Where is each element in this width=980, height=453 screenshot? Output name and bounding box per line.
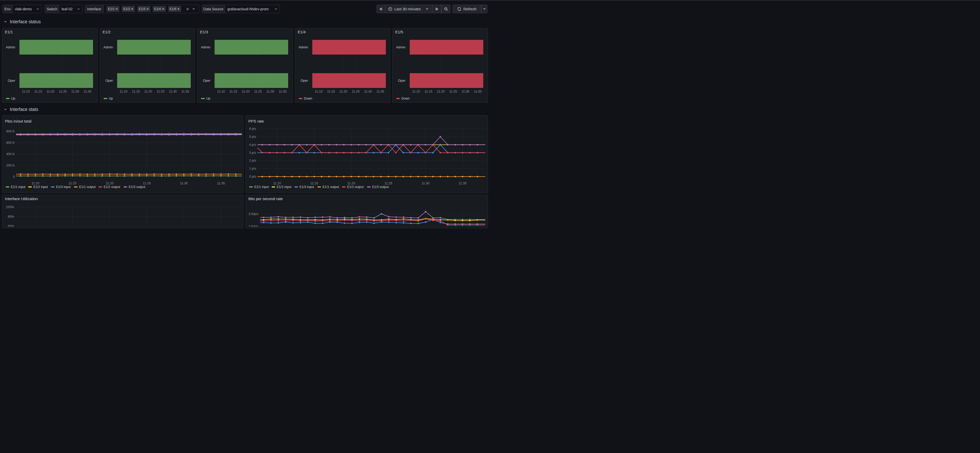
svg-text:11:20: 11:20 xyxy=(106,182,113,185)
svg-text:Oper: Oper xyxy=(398,78,406,83)
svg-text:0 p/s: 0 p/s xyxy=(249,175,256,179)
svg-text:4 p/s: 4 p/s xyxy=(249,143,256,147)
svg-text:11:15: 11:15 xyxy=(68,182,76,185)
svg-text:11:15: 11:15 xyxy=(34,90,42,93)
svg-text:11:15: 11:15 xyxy=(327,90,335,93)
svg-text:11:30: 11:30 xyxy=(71,90,79,93)
svg-text:0: 0 xyxy=(13,175,15,179)
svg-text:11:25: 11:25 xyxy=(352,90,360,93)
svg-text:E1/1 input: E1/1 input xyxy=(254,185,269,189)
svg-text:E1/3 input: E1/3 input xyxy=(299,185,314,189)
svg-text:80%: 80% xyxy=(8,215,14,219)
svg-text:E1/1 output: E1/1 output xyxy=(323,185,339,189)
svg-text:11:25: 11:25 xyxy=(59,90,67,93)
svg-text:E1/2 output: E1/2 output xyxy=(347,185,364,189)
svg-text:E1/2: E1/2 xyxy=(103,30,111,34)
svg-text:3 p/s: 3 p/s xyxy=(249,151,256,155)
svg-text:Oper: Oper xyxy=(8,78,16,83)
svg-text:Admin: Admin xyxy=(201,45,210,49)
svg-text:Oper: Oper xyxy=(105,78,113,83)
svg-text:E1/3 input: E1/3 input xyxy=(56,185,71,189)
svg-text:11:30: 11:30 xyxy=(266,90,274,93)
svg-text:11:25: 11:25 xyxy=(254,90,262,93)
svg-text:E1/1: E1/1 xyxy=(5,30,13,34)
svg-text:E1/4: E1/4 xyxy=(298,30,306,34)
svg-text:11:25: 11:25 xyxy=(449,90,457,93)
svg-text:Pkts in/out total: Pkts in/out total xyxy=(5,119,32,123)
svg-text:11:10: 11:10 xyxy=(412,90,420,93)
svg-text:E1/2 input: E1/2 input xyxy=(277,185,291,189)
svg-text:Admin: Admin xyxy=(6,45,15,49)
svg-text:11:20: 11:20 xyxy=(144,90,152,93)
svg-text:11:10: 11:10 xyxy=(273,182,281,185)
svg-text:3 Kib/s: 3 Kib/s xyxy=(249,212,258,216)
svg-text:400 K: 400 K xyxy=(6,152,15,156)
svg-text:11:20: 11:20 xyxy=(437,90,445,93)
svg-text:11:25: 11:25 xyxy=(157,90,164,93)
svg-text:11:20: 11:20 xyxy=(242,90,250,93)
svg-text:11:30: 11:30 xyxy=(422,182,429,185)
svg-text:11:35: 11:35 xyxy=(83,90,91,93)
svg-text:1 p/s: 1 p/s xyxy=(249,167,256,171)
svg-text:Admin: Admin xyxy=(396,45,406,49)
svg-text:E1/1 output: E1/1 output xyxy=(79,185,95,189)
svg-text:Admin: Admin xyxy=(103,45,113,49)
svg-text:E1/3 output: E1/3 output xyxy=(372,185,389,189)
svg-text:Oper: Oper xyxy=(301,78,308,83)
svg-text:11:30: 11:30 xyxy=(364,90,372,93)
svg-text:Oper: Oper xyxy=(203,78,211,83)
svg-text:E1/3 output: E1/3 output xyxy=(129,185,145,189)
svg-text:11:20: 11:20 xyxy=(46,90,54,93)
svg-text:11:25: 11:25 xyxy=(143,182,151,185)
svg-text:11:35: 11:35 xyxy=(279,90,286,93)
svg-text:11:30: 11:30 xyxy=(180,182,188,185)
svg-text:Interface Utilization: Interface Utilization xyxy=(5,196,38,201)
svg-text:11:35: 11:35 xyxy=(459,182,466,185)
svg-text:100%: 100% xyxy=(6,205,14,209)
svg-text:2 Kib/s: 2 Kib/s xyxy=(249,225,258,226)
svg-text:600 K: 600 K xyxy=(6,141,15,145)
svg-text:E1/2 output: E1/2 output xyxy=(103,185,120,189)
svg-text:Up: Up xyxy=(11,97,15,100)
svg-text:11:20: 11:20 xyxy=(347,182,355,185)
svg-text:Admin: Admin xyxy=(299,45,308,49)
svg-text:Down: Down xyxy=(304,97,312,100)
svg-text:2 p/s: 2 p/s xyxy=(249,159,256,163)
svg-text:E1/1 input: E1/1 input xyxy=(11,185,25,189)
svg-text:11:30: 11:30 xyxy=(461,90,469,93)
svg-text:11:35: 11:35 xyxy=(217,182,225,185)
svg-text:Up: Up xyxy=(109,97,113,100)
svg-text:11:15: 11:15 xyxy=(310,182,318,185)
svg-text:800 K: 800 K xyxy=(6,129,15,133)
svg-text:60%: 60% xyxy=(8,225,14,227)
svg-text:11:10: 11:10 xyxy=(119,90,127,93)
svg-text:Up: Up xyxy=(206,97,210,100)
svg-text:6 p/s: 6 p/s xyxy=(249,127,256,131)
svg-text:200 K: 200 K xyxy=(6,164,15,167)
svg-text:E1/5: E1/5 xyxy=(395,30,403,34)
svg-text:11:20: 11:20 xyxy=(339,90,347,93)
svg-text:11:10: 11:10 xyxy=(217,90,225,93)
svg-text:11:25: 11:25 xyxy=(385,182,392,185)
svg-text:PPS rate: PPS rate xyxy=(248,119,264,123)
svg-text:11:10: 11:10 xyxy=(315,90,323,93)
svg-text:E1/3: E1/3 xyxy=(200,30,208,34)
svg-text:11:10: 11:10 xyxy=(32,182,39,185)
svg-text:Down: Down xyxy=(401,97,410,100)
svg-text:E1/2 input: E1/2 input xyxy=(33,185,48,189)
svg-text:11:15: 11:15 xyxy=(229,90,237,93)
svg-text:5 p/s: 5 p/s xyxy=(249,135,256,139)
svg-text:11:35: 11:35 xyxy=(474,90,482,93)
svg-text:11:30: 11:30 xyxy=(169,90,177,93)
svg-text:11:35: 11:35 xyxy=(181,90,189,93)
svg-text:11:35: 11:35 xyxy=(376,90,384,93)
svg-text:11:15: 11:15 xyxy=(425,90,433,93)
svg-text:11:15: 11:15 xyxy=(132,90,140,93)
svg-text:Bits per second rate: Bits per second rate xyxy=(248,196,283,201)
svg-text:11:10: 11:10 xyxy=(22,90,30,93)
